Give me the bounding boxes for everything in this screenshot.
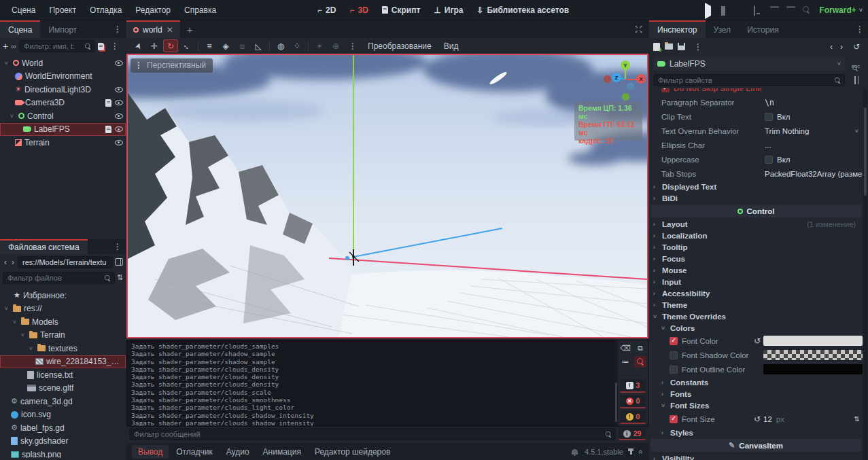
object-history-icon[interactable]: ↺ <box>853 42 860 52</box>
checkbox-checked-icon[interactable] <box>661 88 670 92</box>
perspective-menu[interactable]: ⋮ Перспективный <box>131 58 213 73</box>
save-resource-icon[interactable] <box>678 43 685 50</box>
axis-y-negative[interactable] <box>622 93 629 101</box>
collapse-arrow-icon[interactable]: ˅ <box>27 345 35 352</box>
workspace-2d-button[interactable]: ⌐2D <box>312 3 341 18</box>
group-constants[interactable]: ›Constants <box>649 376 863 388</box>
collapse-arrow-icon[interactable]: ˅ <box>3 305 10 312</box>
expand-panel-icon[interactable]: « <box>637 449 645 453</box>
log-area[interactable]: Задать shader_parameter/clouds_samples З… <box>127 340 614 426</box>
property-value[interactable]: PackedFloat32Array (размер 0) <box>765 170 863 178</box>
tree-row-world[interactable]: ˅ World <box>0 56 126 70</box>
open-docs-icon[interactable]: DOC <box>850 59 863 69</box>
toolbar-overflow-icon[interactable]: ⋮ <box>345 41 361 51</box>
path-input[interactable] <box>18 256 113 268</box>
console-scrollbar[interactable] <box>614 340 618 426</box>
section-canvasitem[interactable]: ✎ CanvasItem <box>650 439 861 452</box>
filter-info-button[interactable]: i 29 <box>619 428 646 440</box>
checkbox-unchecked-icon[interactable] <box>670 351 678 359</box>
fs-row-scene-gltf[interactable]: scene.gltf <box>0 382 126 395</box>
stop-button[interactable] <box>737 6 747 14</box>
axis-z-positive[interactable]: Z <box>612 73 621 82</box>
workspace-script-button[interactable]: Скрипт <box>377 3 426 18</box>
group-input[interactable]: ›Input <box>649 276 863 287</box>
font-shadow-color-swatch[interactable] <box>763 350 863 360</box>
font-color-swatch[interactable] <box>763 336 863 346</box>
attach-script-button[interactable] <box>98 43 104 50</box>
bottom-tab-animation[interactable]: Анимация <box>257 445 307 459</box>
group-displayed-text[interactable]: ›Displayed Text <box>649 181 863 192</box>
visibility-eye-icon[interactable] <box>115 100 123 105</box>
group-focus[interactable]: ›Focus <box>649 253 863 264</box>
filesystem-menu-icon[interactable]: ⋮ <box>109 239 126 254</box>
script-icon[interactable] <box>105 99 111 107</box>
ruler-tool-icon[interactable]: ◺ <box>251 39 266 52</box>
revert-icon[interactable]: ↺ <box>754 336 763 346</box>
fs-row-res[interactable]: ˅ res:// <box>0 302 126 316</box>
script-icon[interactable] <box>105 126 111 133</box>
collapse-arrow-icon[interactable]: ˅ <box>11 319 18 325</box>
menu-debug[interactable]: Отладка <box>84 3 128 18</box>
checkbox-checked-icon[interactable] <box>670 337 678 345</box>
bottom-tab-audio[interactable]: Аудио <box>220 445 256 459</box>
tree-row-camera3d[interactable]: Camera3D <box>0 96 126 110</box>
pin-panel-icon[interactable] <box>630 448 632 455</box>
sun-preview-icon[interactable]: ☀ <box>312 39 327 52</box>
notifications-bell-icon[interactable] <box>572 449 578 455</box>
instance-scene-button[interactable]: ∞ <box>11 42 16 50</box>
group-bidi[interactable]: ›BiDi <box>649 192 863 204</box>
group-theme-overrides[interactable]: ˅Theme Overrides <box>649 311 863 322</box>
forward-arrow-icon[interactable]: › <box>10 258 16 267</box>
property-value[interactable]: ... <box>765 141 863 149</box>
group-layout[interactable]: ›Layout (1 изменение) <box>649 218 863 230</box>
font-size-spinbox[interactable]: 12 px ⇅ <box>763 415 863 423</box>
fs-row-labelfps-gd[interactable]: ⚙ label_fps.gd <box>0 421 126 435</box>
tab-inspector[interactable]: Инспектор <box>649 20 706 38</box>
bottom-tab-shader-editor[interactable]: Редактор шейдеров <box>309 445 396 459</box>
new-scene-tab-button[interactable]: + <box>180 20 200 38</box>
list-select-tool-icon[interactable]: ≡ <box>202 39 217 52</box>
transform-menu[interactable]: Преобразование <box>362 41 437 51</box>
new-resource-icon[interactable] <box>653 43 660 51</box>
checkbox-checked-icon[interactable] <box>670 415 678 423</box>
menu-editor[interactable]: Редактор <box>129 3 177 18</box>
clear-output-button[interactable]: ⌫ <box>619 342 631 354</box>
group-font-sizes[interactable]: ˅Font Sizes <box>649 400 863 411</box>
history-forward-icon[interactable]: › <box>839 42 844 52</box>
tab-node[interactable]: Узел <box>706 20 740 38</box>
inspector-scrollbar[interactable] <box>863 88 867 460</box>
axis-x-positive[interactable]: X <box>636 74 646 84</box>
workspace-game-button[interactable]: ⊥Игра <box>428 3 468 18</box>
scene-tab-world[interactable]: world ✕ <box>126 20 180 38</box>
filter-warnings-button[interactable]: ! 0 <box>620 410 646 424</box>
tab-scene[interactable]: Сцена <box>0 20 40 38</box>
fs-row-wire-texture[interactable]: wire_228184153_diffu... <box>0 355 126 369</box>
dropdown-text-overrun[interactable]: Trim Nothing ˅ <box>765 127 863 135</box>
fs-row-terrain[interactable]: ˅ Terrain <box>0 329 126 342</box>
move-tool-icon[interactable]: ✛ <box>147 39 162 52</box>
scene-filter-input[interactable] <box>19 40 95 52</box>
menu-scene[interactable]: Сцена <box>5 3 41 18</box>
inspector-dock-menu-icon[interactable]: ⋮ <box>852 20 868 38</box>
node-selector[interactable]: LabelFPS ˅ <box>653 56 845 71</box>
resource-menu-icon[interactable]: ⋮ <box>690 42 706 52</box>
tree-row-directionallight3d[interactable]: ☀ DirectionalLight3D <box>0 83 126 96</box>
section-control[interactable]: Control <box>650 205 861 217</box>
property-tools-icon[interactable] <box>852 76 861 84</box>
fs-row-license[interactable]: license.txt <box>0 368 126 382</box>
load-resource-icon[interactable] <box>665 43 673 50</box>
play-button[interactable] <box>705 6 714 14</box>
rotate-tool-icon[interactable]: ↻ <box>163 39 178 52</box>
collapse-arrow-icon[interactable]: ˅ <box>19 332 27 338</box>
scale-tool-icon[interactable]: ↔ <box>179 39 194 52</box>
add-node-button[interactable]: + <box>3 41 8 52</box>
fs-row-camera-gd[interactable]: ⚙ camera_3d.gd <box>0 395 126 408</box>
property-value[interactable]: \n <box>765 98 863 107</box>
fs-row-sky-gdshader[interactable]: sky.gdshader <box>0 435 126 448</box>
local-space-icon[interactable]: ◍ <box>273 39 288 52</box>
visibility-eye-icon[interactable] <box>115 126 123 132</box>
group-theme[interactable]: ›Theme <box>649 299 863 311</box>
visibility-eye-icon[interactable] <box>115 87 123 92</box>
view-menu[interactable]: Вид <box>438 41 464 51</box>
axis-z-negative[interactable] <box>627 82 634 90</box>
